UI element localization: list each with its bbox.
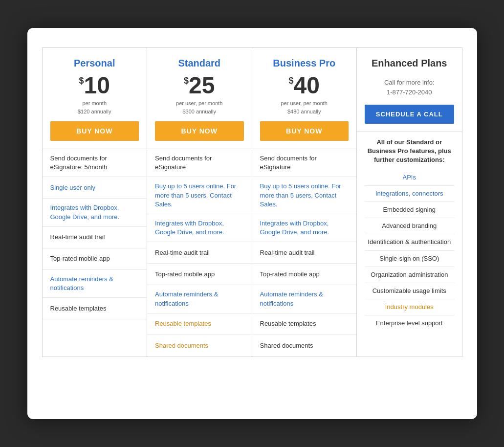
feature-personal-4: Top-rated mobile app (43, 248, 147, 270)
plan-name-standard: Standard (155, 58, 244, 69)
plan-features-personal: Send documents for eSignature: 5/month S… (43, 149, 147, 357)
plan-price-standard: $ 25 (155, 74, 244, 97)
price-amount-business-pro: 40 (294, 74, 320, 97)
feature-standard-5: Automate reminders & notifications (147, 285, 252, 313)
price-annual-personal: $120 annually (78, 109, 111, 114)
feature-biz-1: Buy up to 5 users online. For more than … (252, 177, 357, 214)
feature-biz-2: Integrates with Dropbox, Google Drive, a… (252, 214, 357, 242)
price-dollar-standard: $ (184, 76, 189, 86)
enhanced-feature-list: APIs Integrations, connectors Embedded s… (365, 170, 454, 332)
plan-header-personal: Personal $ 10 per month $120 annually BU… (43, 48, 147, 149)
feature-standard-2: Integrates with Dropbox, Google Drive, a… (147, 214, 252, 242)
phone-number: 1-877-720-2040 (387, 89, 432, 96)
feature-standard-4: Top-rated mobile app (147, 264, 252, 285)
enhanced-feature-9: Enterprise level support (365, 315, 454, 331)
feature-personal-0: Send documents for eSignature: 5/month (43, 149, 147, 177)
feature-biz-7: Shared documents (252, 335, 357, 357)
enhanced-feature-4: Identification & authentication (365, 234, 454, 250)
price-period-personal: per month (82, 100, 107, 106)
schedule-button[interactable]: SCHEDULE A CALL (365, 105, 454, 124)
plan-features-standard: Send documents for eSignature Buy up to … (147, 149, 252, 357)
plan-price-business-pro: $ 40 (260, 74, 349, 97)
feature-personal-3: Real-time audit trail (43, 227, 147, 248)
plan-name-personal: Personal (50, 58, 139, 69)
plan-col-personal: Personal $ 10 per month $120 annually BU… (43, 48, 148, 357)
feature-biz-4: Top-rated mobile app (252, 264, 357, 285)
plan-features-business-pro: Send documents for eSignature Buy up to … (252, 149, 357, 357)
feature-personal-1: Single user only (43, 177, 147, 199)
enhanced-feature-8: Industry modules (365, 299, 454, 315)
feature-standard-0: Send documents for eSignature (147, 149, 252, 177)
plan-features-enhanced: All of our Standard or Business Pro feat… (357, 132, 462, 357)
enhanced-feature-1: Integrations, connectors (365, 186, 454, 202)
plan-name-business-pro: Business Pro (260, 58, 349, 69)
plan-header-standard: Standard $ 25 per user, per month $300 a… (147, 48, 252, 149)
enhanced-feature-7: Customizable usage limits (365, 283, 454, 299)
plan-price-personal: $ 10 (50, 74, 139, 97)
enhanced-feature-0: APIs (365, 170, 454, 186)
price-period-standard: per user, per month (176, 100, 222, 106)
plan-col-standard: Standard $ 25 per user, per month $300 a… (147, 48, 252, 357)
feature-biz-5: Automate reminders & notifications (252, 285, 357, 313)
enhanced-intro-text: All of our Standard or Business Pro feat… (365, 138, 454, 165)
enhanced-feature-6: Organization administration (365, 267, 454, 283)
buy-button-business-pro[interactable]: BUY NOW (260, 121, 349, 141)
price-annual-business-pro: $480 annually (287, 109, 321, 114)
feature-biz-0: Send documents for eSignature (252, 149, 357, 177)
price-amount-standard: 25 (189, 74, 215, 97)
enhanced-features-container: All of our Standard or Business Pro feat… (357, 132, 462, 337)
price-meta-business-pro: per user, per month $480 annually (260, 99, 349, 115)
price-dollar-personal: $ (79, 76, 84, 86)
feature-personal-5: Automate reminders & notifications (43, 270, 147, 298)
feature-personal-2: Integrates with Dropbox, Google Drive, a… (43, 199, 147, 226)
feature-personal-7 (43, 319, 147, 341)
price-dollar-business-pro: $ (289, 76, 294, 86)
plan-header-enhanced: Enhanced Plans Call for more info: 1-877… (357, 48, 462, 132)
browser-window: Personal $ 10 per month $120 annually BU… (27, 28, 477, 419)
enhanced-feature-3: Advanced branding (365, 218, 454, 234)
plan-header-business-pro: Business Pro $ 40 per user, per month $4… (252, 48, 357, 149)
feature-biz-3: Real-time audit trail (252, 242, 357, 264)
price-amount-personal: 10 (84, 74, 110, 97)
enhanced-feature-5: Single-sign on (SSO) (365, 251, 454, 267)
plan-col-business-pro: Business Pro $ 40 per user, per month $4… (252, 48, 357, 357)
plan-col-enhanced: Enhanced Plans Call for more info: 1-877… (357, 48, 462, 357)
feature-personal-6: Reusable templates (43, 298, 147, 319)
enhanced-call-info: Call for more info: 1-877-720-2040 (365, 74, 454, 99)
buy-button-personal[interactable]: BUY NOW (50, 121, 139, 141)
feature-standard-6: Reusable templates (147, 313, 252, 335)
price-meta-standard: per user, per month $300 annually (155, 99, 244, 115)
price-period-business-pro: per user, per month (281, 100, 328, 106)
feature-standard-1: Buy up to 5 users online. For more than … (147, 177, 252, 214)
buy-button-standard[interactable]: BUY NOW (155, 121, 244, 141)
feature-standard-7: Shared documents (147, 335, 252, 357)
price-meta-personal: per month $120 annually (50, 99, 139, 115)
enhanced-feature-2: Embedded signing (365, 202, 454, 218)
feature-standard-3: Real-time audit trail (147, 242, 252, 264)
call-label: Call for more info: (384, 79, 435, 86)
plan-name-enhanced: Enhanced Plans (365, 58, 454, 69)
pricing-grid: Personal $ 10 per month $120 annually BU… (42, 47, 462, 357)
price-annual-standard: $300 annually (182, 109, 216, 114)
feature-biz-6: Reusable templates (252, 313, 357, 335)
